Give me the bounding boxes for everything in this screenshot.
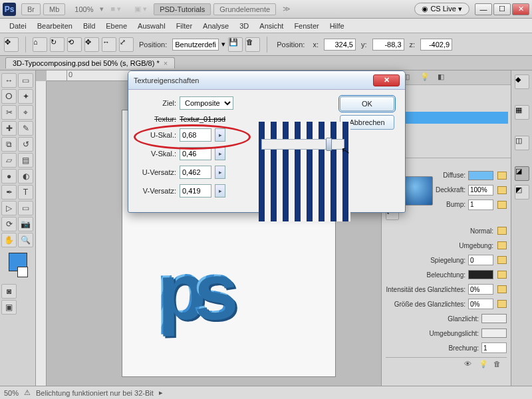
strip-icon-4[interactable]: ◪ — [515, 166, 529, 181]
light-icon[interactable]: 💡 — [420, 72, 431, 83]
workspace-tab-psdtutorials[interactable]: PSD-Tutorials — [154, 3, 211, 15]
dialog-titlebar[interactable]: Textureigenschaften ✕ — [128, 71, 405, 90]
window-close-button[interactable]: ✕ — [512, 3, 529, 15]
tool-move[interactable]: ↔ — [1, 73, 17, 88]
menu-bild[interactable]: Bild — [78, 22, 100, 30]
normal-texture-icon[interactable] — [497, 227, 507, 235]
tool-hand[interactable]: ✋ — [1, 233, 17, 247]
3d-slide-icon[interactable]: ↔ — [102, 37, 116, 52]
tool-dodge[interactable]: ◐ — [18, 169, 33, 184]
mat-foot-eye-icon[interactable]: 👁 — [464, 360, 473, 369]
material-preview-sphere[interactable] — [404, 176, 433, 205]
mat-foot-light-icon[interactable]: 💡 — [479, 360, 488, 369]
titlebar-zoom[interactable]: 100% — [74, 5, 93, 13]
3d-scale-icon[interactable]: ⤢ — [119, 37, 134, 52]
strip-icon-3[interactable]: ◫ — [515, 136, 529, 150]
position-z-input[interactable] — [420, 39, 452, 51]
position-y-input[interactable] — [372, 39, 404, 51]
3d-roll-icon[interactable]: ⟲ — [67, 37, 82, 52]
illum-texture-icon[interactable] — [497, 271, 507, 279]
uversatz-stepper-icon[interactable]: ▸ — [215, 166, 225, 179]
glanzlicht-swatch[interactable] — [481, 314, 507, 323]
tool-pen[interactable]: ✒ — [1, 185, 17, 200]
slider-knob[interactable] — [326, 138, 332, 151]
vversatz-stepper-icon[interactable]: ▸ — [215, 184, 225, 198]
menu-fenster[interactable]: Fenster — [289, 22, 324, 30]
cslive-button[interactable]: ◉ CS Live ▾ — [414, 3, 469, 15]
brechung-input[interactable] — [481, 342, 507, 353]
tool-type[interactable]: T — [18, 185, 33, 200]
ok-button[interactable]: OK — [340, 96, 394, 111]
document-tab-close-icon[interactable]: × — [164, 59, 168, 67]
titlebar-zoom-dropdown-icon[interactable]: ▾ — [100, 5, 104, 13]
tool-eraser[interactable]: ▱ — [1, 153, 17, 168]
menu-3d[interactable]: 3D — [234, 22, 254, 30]
tool-gradient[interactable]: ▤ — [18, 153, 33, 168]
ziel-select[interactable]: Composite — [180, 96, 233, 110]
strip-icon-1[interactable]: ◆ — [515, 74, 529, 89]
status-arrow-icon[interactable]: ▸ — [159, 388, 163, 397]
gloss-size-input[interactable] — [468, 299, 493, 309]
gloss-int-texture-icon[interactable] — [497, 285, 507, 293]
menu-analyse[interactable]: Analyse — [198, 22, 234, 30]
uskal-input[interactable] — [180, 128, 211, 142]
tool-3d-rotate[interactable]: ⟳ — [1, 217, 17, 231]
window-maximize-button[interactable]: ☐ — [493, 3, 511, 15]
gloss-size-texture-icon[interactable] — [497, 300, 507, 308]
tool-shape[interactable]: ▭ — [18, 201, 33, 215]
uskal-stepper-icon[interactable]: ▸ — [215, 128, 225, 142]
tool-zoom[interactable]: 🔍 — [18, 233, 33, 247]
menu-datei[interactable]: Datei — [4, 22, 32, 30]
umgebungslicht-swatch[interactable] — [481, 329, 507, 338]
vskal-stepper-icon[interactable]: ▸ — [215, 147, 225, 160]
tool-stamp[interactable]: ⧉ — [1, 137, 17, 152]
tool-heal[interactable]: ✚ — [1, 121, 17, 136]
opacity-input[interactable] — [468, 185, 493, 196]
tool-path-select[interactable]: ▷ — [1, 201, 17, 215]
save-preset-icon[interactable]: 💾 — [228, 37, 243, 52]
tool-crop[interactable]: ✂ — [1, 105, 17, 120]
3d-pan-icon[interactable]: ✥ — [84, 37, 99, 52]
position-x-input[interactable] — [324, 39, 356, 51]
opacity-texture-icon[interactable] — [497, 186, 507, 194]
screenmode-icon[interactable]: ▣ — [1, 300, 17, 315]
tool-brush[interactable]: ✎ — [18, 121, 33, 136]
illum-swatch[interactable] — [468, 270, 493, 279]
scene-icon[interactable]: ◧ — [438, 72, 448, 83]
refl-texture-icon[interactable] — [497, 256, 507, 264]
titlebar-tab-br[interactable]: Br — [21, 3, 41, 15]
refl-input[interactable] — [468, 255, 493, 265]
tool-eyedropper[interactable]: ⌖ — [18, 105, 33, 120]
window-minimize-button[interactable]: — — [475, 3, 492, 15]
background-color-swatch[interactable] — [17, 267, 28, 277]
preset-dropdown-icon[interactable]: ▾ — [221, 40, 225, 49]
uversatz-input[interactable] — [180, 166, 211, 179]
tool-wand[interactable]: ✦ — [18, 89, 33, 104]
vskal-input[interactable] — [180, 147, 211, 160]
status-zoom[interactable]: 50% — [4, 389, 19, 397]
menu-bearbeiten[interactable]: Bearbeiten — [32, 22, 78, 30]
workspace-more-icon[interactable]: ≫ — [283, 5, 291, 13]
delete-preset-icon[interactable]: 🗑 — [245, 37, 260, 52]
uskal-slider-popup[interactable] — [261, 139, 344, 150]
tool-marquee[interactable]: ▭ — [18, 73, 33, 88]
quickmask-icon[interactable]: ◙ — [1, 284, 17, 299]
bump-texture-icon[interactable] — [497, 201, 507, 209]
tool-history-brush[interactable]: ↺ — [18, 137, 33, 152]
dialog-close-button[interactable]: ✕ — [373, 74, 400, 86]
menu-auswahl[interactable]: Auswahl — [132, 22, 171, 30]
env-texture-icon[interactable] — [497, 241, 507, 249]
strip-icon-5[interactable]: ◩ — [515, 185, 529, 200]
vversatz-input[interactable] — [180, 184, 211, 198]
3d-text-object[interactable]: ps — [156, 243, 237, 335]
document-tab[interactable]: 3D-Typocomposing.psd bei 50% (s, RGB/8) … — [5, 57, 175, 68]
workspace-tab-grundelemente[interactable]: Grundelemente — [213, 3, 276, 15]
menu-filter[interactable]: Filter — [171, 22, 198, 30]
mat-foot-trash-icon[interactable]: 🗑 — [493, 360, 503, 369]
3d-home-icon[interactable]: ⌂ — [33, 37, 47, 52]
diffuse-swatch[interactable] — [468, 171, 493, 180]
menu-ebene[interactable]: Ebene — [100, 22, 132, 30]
gloss-int-input[interactable] — [468, 284, 493, 295]
bump-input[interactable] — [468, 200, 493, 210]
tool-3d-camera[interactable]: 📷 — [18, 217, 33, 231]
